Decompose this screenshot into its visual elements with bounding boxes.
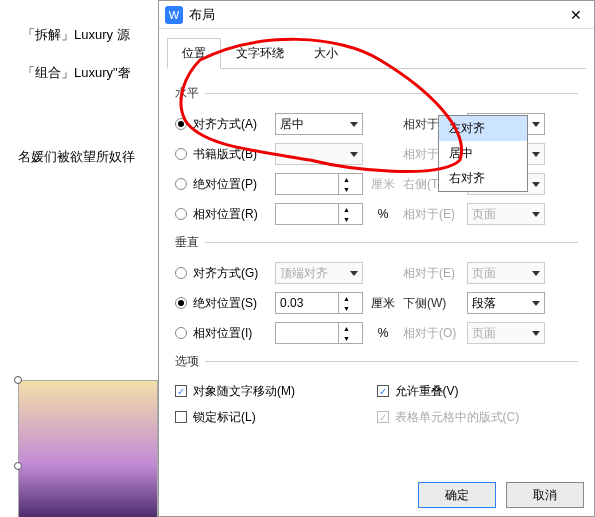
combo-h-align-options[interactable]: 左对齐 居中 右对齐 — [438, 115, 528, 192]
cancel-button[interactable]: 取消 — [506, 482, 584, 508]
radio-v-rel[interactable] — [175, 327, 187, 339]
radio-h-rel[interactable] — [175, 208, 187, 220]
tab-position[interactable]: 位置 — [167, 38, 221, 69]
app-icon: W — [165, 6, 183, 24]
option-center[interactable]: 居中 — [439, 141, 527, 166]
layout-dialog: W 布局 ✕ 位置 文字环绕 大小 水平 对齐方式(A) 居中 相对于(R) 栏… — [158, 0, 595, 517]
radio-h-abs[interactable] — [175, 178, 187, 190]
spinner-v-abs[interactable]: ▲▼ — [275, 292, 363, 314]
radio-v-align[interactable] — [175, 267, 187, 279]
selected-image[interactable] — [18, 380, 158, 517]
doc-text: 名媛们被欲望所奴徉 — [18, 148, 135, 166]
resize-handle[interactable] — [14, 462, 22, 470]
check-move-with-text[interactable]: ✓ — [175, 385, 187, 397]
unit-h-rel: % — [363, 207, 403, 221]
section-horizontal: 水平 — [175, 85, 199, 102]
section-vertical: 垂直 — [175, 234, 199, 251]
label-v-abs-side: 下侧(W) — [403, 295, 467, 312]
label-h-abs: 绝对位置(P) — [193, 176, 275, 193]
option-right[interactable]: 右对齐 — [439, 166, 527, 191]
radio-h-book[interactable] — [175, 148, 187, 160]
label-h-book: 书籍版式(B) — [193, 146, 275, 163]
label-h-rel-rel: 相对于(E) — [403, 206, 467, 223]
combo-v-rel-rel: 页面 — [467, 322, 545, 344]
label-h-rel: 相对位置(R) — [193, 206, 275, 223]
combo-h-rel-rel: 页面 — [467, 203, 545, 225]
spinner-h-abs[interactable]: ▲▼ — [275, 173, 363, 195]
spinner-v-rel[interactable]: ▲▼ — [275, 322, 363, 344]
combo-h-book[interactable] — [275, 143, 363, 165]
label-v-rel: 相对位置(I) — [193, 325, 275, 342]
section-options: 选项 — [175, 353, 199, 370]
combo-v-align-rel: 页面 — [467, 262, 545, 284]
combo-v-abs-rel[interactable]: 段落 — [467, 292, 545, 314]
close-button[interactable]: ✕ — [564, 3, 588, 27]
tab-text-wrap[interactable]: 文字环绕 — [221, 38, 299, 69]
combo-h-align[interactable]: 居中 — [275, 113, 363, 135]
tab-size[interactable]: 大小 — [299, 38, 353, 69]
check-cell-format: ✓ — [377, 411, 389, 423]
spinner-h-rel[interactable]: ▲▼ — [275, 203, 363, 225]
label-v-align-rel: 相对于(E) — [403, 265, 467, 282]
doc-text: 「组合」Luxury"奢 — [22, 64, 131, 82]
label-v-rel-rel: 相对于(O) — [403, 325, 467, 342]
unit-h-abs: 厘米 — [363, 176, 403, 193]
label-v-abs: 绝对位置(S) — [193, 295, 275, 312]
radio-h-align[interactable] — [175, 118, 187, 130]
resize-handle[interactable] — [14, 376, 22, 384]
label-v-align: 对齐方式(G) — [193, 265, 275, 282]
check-lock-anchor[interactable] — [175, 411, 187, 423]
combo-v-align[interactable]: 顶端对齐 — [275, 262, 363, 284]
label-h-align: 对齐方式(A) — [193, 116, 275, 133]
unit-v-abs: 厘米 — [363, 295, 403, 312]
check-allow-overlap[interactable]: ✓ — [377, 385, 389, 397]
doc-text: 「拆解」Luxury 源 — [22, 26, 130, 44]
ok-button[interactable]: 确定 — [418, 482, 496, 508]
unit-v-rel: % — [363, 326, 403, 340]
option-left[interactable]: 左对齐 — [439, 116, 527, 141]
radio-v-abs[interactable] — [175, 297, 187, 309]
dialog-title: 布局 — [189, 6, 564, 24]
